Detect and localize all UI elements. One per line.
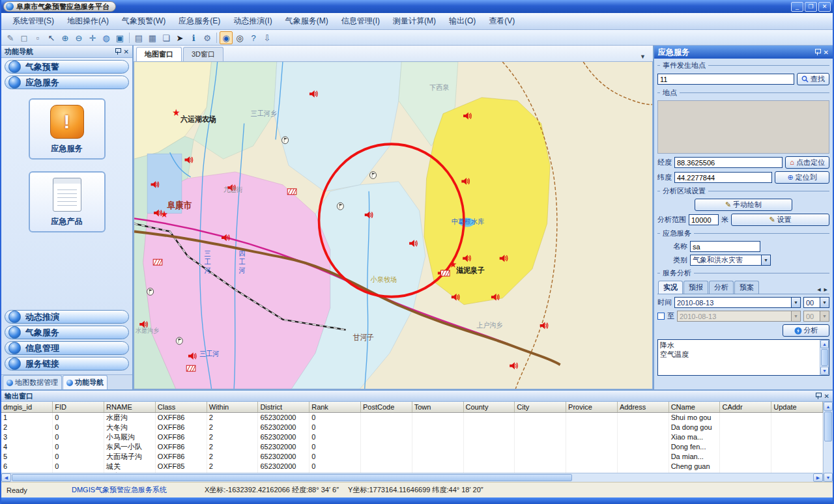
column-header[interactable]: CAddr: [720, 402, 771, 412]
table-row[interactable]: 30小马厩沟OXFF8626523020000Xiao ma...: [1, 432, 823, 442]
pointer-icon[interactable]: ↖: [45, 31, 58, 44]
tab-scroll-left-icon[interactable]: ◀: [816, 286, 822, 294]
scroll-left-icon[interactable]: ◀: [1, 473, 11, 482]
close-icon[interactable]: ✕: [824, 393, 829, 400]
help-icon[interactable]: ?: [247, 31, 260, 44]
column-header[interactable]: Class: [155, 402, 207, 412]
select-rect-icon[interactable]: ◻: [18, 31, 31, 44]
column-header[interactable]: Provice: [566, 402, 618, 412]
click-locate-button[interactable]: ⌂ 点击定位: [785, 156, 829, 169]
list-item[interactable]: 降水: [660, 341, 818, 350]
chevron-down-icon[interactable]: ▼: [791, 311, 800, 321]
flag-marker-icon[interactable]: [147, 288, 154, 295]
longitude-input[interactable]: [674, 157, 783, 168]
service-name-input[interactable]: [690, 241, 760, 252]
scroll-thumb[interactable]: [12, 474, 572, 481]
column-header[interactable]: County: [463, 402, 515, 412]
pin-icon[interactable]: [815, 393, 821, 399]
emergency-product-tile[interactable]: 应急产品: [29, 171, 106, 232]
list-item[interactable]: 空气温度: [660, 350, 818, 359]
column-header[interactable]: Town: [412, 402, 463, 412]
hour-to-combo[interactable]: 00 ▼: [803, 311, 829, 322]
scroll-thumb[interactable]: [824, 412, 832, 441]
manual-draw-button[interactable]: ✎ 手动绘制: [695, 199, 792, 211]
menu-info-management[interactable]: 信息管理(I): [336, 13, 386, 29]
close-icon[interactable]: ✕: [124, 48, 129, 55]
locate-to-button[interactable]: ⊕ 定位到: [775, 171, 829, 184]
menu-emergency-service[interactable]: 应急服务(E): [173, 13, 226, 29]
minimize-button[interactable]: _: [791, 2, 803, 12]
table-row[interactable]: 20大冬沟OXFF8626523020000Da dong gou: [1, 423, 823, 432]
tab-3d-window[interactable]: 3D窗口: [183, 47, 223, 61]
flag-marker-icon[interactable]: [369, 171, 376, 178]
analysis-range-input[interactable]: [689, 214, 719, 225]
close-button[interactable]: ✕: [818, 2, 831, 12]
weather-warning-button[interactable]: 气象预警: [5, 60, 129, 74]
scroll-right-icon[interactable]: ▶: [813, 473, 823, 482]
column-header[interactable]: Rank: [309, 402, 361, 412]
scroll-down-icon[interactable]: ▼: [824, 473, 833, 482]
print-icon[interactable]: ❏: [160, 31, 173, 44]
table-row[interactable]: 40东风一小队OXFF8626523020000Dong fen...: [1, 442, 823, 452]
gear-icon[interactable]: ⚙: [201, 31, 214, 44]
chevron-down-icon[interactable]: ▼: [635, 52, 650, 61]
table-row[interactable]: 50大面场子沟OXFF8626523020000Da mian...: [1, 452, 823, 462]
menu-weather-warning[interactable]: 气象预警(W): [116, 13, 171, 29]
star-marker-icon[interactable]: ★: [172, 107, 180, 119]
map-view[interactable]: ★★★六运湖农场三工河乡下西泉阜康市九运街中葛根水库滋泥泉子小泉牧场上户沟乡三工…: [134, 62, 653, 389]
element-listbox[interactable]: 降水空气温度 ▲ ▼: [657, 339, 829, 376]
service-class-combo[interactable]: 气象和洪水灾害 ▼: [690, 255, 771, 266]
flag-marker-icon[interactable]: [337, 203, 343, 210]
column-header[interactable]: District: [258, 402, 309, 412]
tab-function-navigation[interactable]: 功能导航: [63, 375, 108, 389]
dynamic-deduction-button[interactable]: 动态推演: [5, 310, 129, 324]
chevron-down-icon[interactable]: ▼: [761, 255, 770, 265]
emergency-service-tile[interactable]: 应急服务: [29, 98, 106, 160]
scroll-thumb[interactable]: [821, 349, 828, 366]
table-row[interactable]: 60城关OXFF8526523020000Cheng guan: [1, 462, 823, 471]
eye-icon[interactable]: ◎: [233, 31, 246, 44]
weather-service-button[interactable]: 气象服务: [5, 326, 129, 339]
menu-measure-calc[interactable]: 测量计算(M): [387, 13, 442, 29]
dam-marker-icon[interactable]: [153, 259, 162, 265]
analyze-button[interactable]: 分析: [783, 324, 829, 337]
full-extent-icon[interactable]: ◍: [100, 31, 113, 44]
scroll-up-icon[interactable]: ▲: [824, 402, 833, 411]
globe-tool-icon[interactable]: ◉: [220, 31, 233, 44]
column-header[interactable]: CName: [669, 402, 720, 412]
service-links-button[interactable]: 服务链接: [5, 357, 129, 371]
menu-view[interactable]: 查看(V): [483, 13, 521, 29]
latitude-input[interactable]: [674, 172, 772, 183]
column-header[interactable]: FID: [53, 402, 104, 412]
tab-scroll-right-icon[interactable]: ▶: [823, 286, 829, 294]
menu-map-operation[interactable]: 地图操作(A): [61, 13, 115, 29]
to-checkbox[interactable]: [657, 313, 665, 320]
menu-system-management[interactable]: 系统管理(S): [7, 13, 60, 29]
flag-marker-icon[interactable]: [176, 337, 182, 344]
column-header[interactable]: City: [515, 402, 566, 412]
tab-analysis[interactable]: 分析: [709, 281, 734, 294]
pan-icon[interactable]: ✛: [86, 31, 99, 44]
vertical-scrollbar[interactable]: ▲ ▼: [823, 402, 833, 482]
pin-icon[interactable]: [814, 49, 820, 55]
date-to-combo[interactable]: 2010-08-13 ▼: [677, 311, 801, 322]
restore-button[interactable]: ❐: [805, 2, 817, 12]
column-header[interactable]: Update: [771, 402, 823, 412]
place-listbox[interactable]: [657, 100, 829, 154]
tab-forecast[interactable]: 预报: [683, 281, 708, 294]
close-icon[interactable]: ✕: [824, 49, 829, 56]
chevron-down-icon[interactable]: ▼: [791, 298, 800, 307]
chevron-down-icon[interactable]: ▼: [820, 298, 829, 307]
menu-output[interactable]: 输出(O): [443, 13, 482, 29]
scroll-down-icon[interactable]: ▼: [820, 367, 829, 375]
chevron-down-icon[interactable]: ▼: [820, 311, 829, 321]
scroll-up-icon[interactable]: ▲: [820, 340, 829, 348]
date-from-combo[interactable]: 2010-08-13 ▼: [674, 297, 801, 308]
dam-marker-icon[interactable]: [440, 270, 450, 276]
column-header[interactable]: dmgis_id: [1, 402, 53, 412]
info-icon[interactable]: ℹ: [187, 31, 200, 44]
layers-icon[interactable]: ▤: [132, 31, 145, 44]
range-set-button[interactable]: ✎ 设置: [731, 214, 829, 226]
column-header[interactable]: RNAME: [104, 402, 156, 412]
tab-live[interactable]: 实况: [658, 281, 683, 294]
